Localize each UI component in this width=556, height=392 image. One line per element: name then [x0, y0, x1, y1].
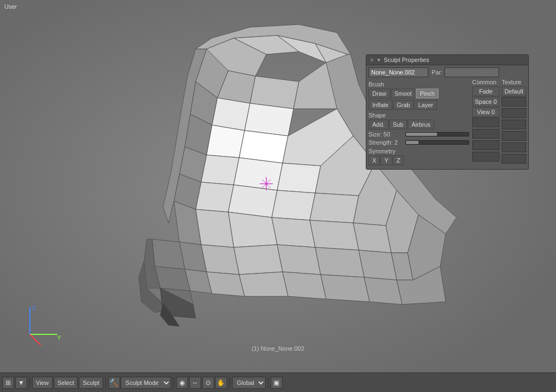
- svg-marker-35: [277, 245, 321, 275]
- symmetry-section: Symmetry X Y Z: [368, 148, 469, 165]
- svg-point-63: [265, 183, 267, 185]
- brush-smoot-btn[interactable]: Smoot: [391, 89, 416, 98]
- par-input[interactable]: [445, 67, 499, 77]
- shape-add-btn[interactable]: Add.: [368, 120, 389, 129]
- pivot-icon-btn[interactable]: ◉: [176, 377, 188, 389]
- space-btn[interactable]: Space 0: [472, 97, 499, 107]
- svg-marker-17: [277, 163, 321, 193]
- svg-marker-21: [196, 182, 234, 212]
- brush-grab-btn[interactable]: Grab: [393, 100, 414, 110]
- brush-layer-btn[interactable]: Layer: [414, 100, 437, 110]
- strength-slider-row: Strength: 2: [368, 139, 469, 146]
- brush-row2: Inflate Grab Layer: [368, 100, 469, 110]
- sym-z-btn[interactable]: Z: [393, 155, 404, 165]
- tex-empty-1: [502, 97, 526, 107]
- svg-marker-36: [315, 247, 364, 277]
- object-name-status: (1) None_None.002: [252, 345, 304, 352]
- panel-title: Sculpt Properties: [384, 57, 429, 63]
- svg-marker-10: [245, 103, 293, 136]
- size-slider-row: Size: 50: [368, 131, 469, 138]
- svg-marker-32: [196, 209, 234, 247]
- mode-icon: 🔨: [108, 377, 120, 389]
- par-label: Par:: [432, 69, 442, 76]
- view-menu-btn[interactable]: View: [32, 377, 53, 389]
- svg-marker-39: [201, 245, 239, 275]
- symmetry-row: X Y Z: [368, 155, 469, 165]
- svg-marker-29: [310, 220, 359, 250]
- separator-4: [229, 377, 230, 388]
- sym-x-btn[interactable]: X: [368, 155, 380, 165]
- panel-header: ✕ ▼ Sculpt Properties: [366, 55, 528, 65]
- shape-section-label: Shape: [368, 112, 469, 119]
- svg-marker-28: [272, 217, 315, 247]
- separator-5: [268, 377, 268, 388]
- snap-dropdown-btn[interactable]: ▼: [15, 377, 27, 389]
- tex-empty-3: [502, 120, 526, 129]
- panel-right-column: Common Fade Space 0 View 0 Texture: [472, 79, 526, 167]
- svg-marker-23: [272, 190, 315, 220]
- snap-icon-btn[interactable]: ⊞: [2, 377, 14, 389]
- brush-draw-btn[interactable]: Draw: [368, 89, 390, 98]
- separator-1: [29, 377, 30, 388]
- shape-row: Add. Sub Airbrus: [368, 120, 469, 129]
- sculpt-menu-btn[interactable]: Sculpt: [79, 377, 103, 389]
- mesh-name-input[interactable]: [368, 67, 428, 77]
- tex-empty-6: [502, 154, 526, 164]
- svg-marker-7: [250, 76, 299, 109]
- global-dropdown[interactable]: Global Local: [232, 377, 266, 389]
- brush-pinch-btn[interactable]: Pinch: [416, 89, 439, 98]
- shape-airbrus-btn[interactable]: Airbrus: [408, 120, 434, 129]
- separator-2: [105, 377, 106, 388]
- mode-dropdown[interactable]: Sculpt Mode Object Mode Edit Mode: [121, 377, 171, 389]
- select-menu-btn[interactable]: Select: [54, 377, 78, 389]
- transform-icon-btn[interactable]: ↔: [189, 377, 201, 389]
- fade-btn[interactable]: Fade: [472, 86, 499, 96]
- texture-section: Texture Default: [502, 79, 526, 167]
- texture-buttons: Default: [502, 86, 526, 165]
- svg-marker-12: [207, 125, 245, 158]
- svg-text:Y: Y: [57, 334, 61, 341]
- tex-empty-5: [502, 142, 526, 152]
- svg-marker-22: [228, 185, 277, 217]
- common-empty-4: [472, 152, 499, 161]
- texture-label: Texture: [502, 79, 526, 85]
- symmetry-label: Symmetry: [368, 148, 469, 154]
- svg-marker-34: [234, 245, 283, 275]
- common-buttons: Fade Space 0 View 0: [472, 86, 499, 163]
- brush-section-label: Brush: [368, 81, 469, 88]
- panel-close-icon[interactable]: ✕: [370, 57, 374, 63]
- svg-marker-27: [228, 212, 277, 247]
- proportional-icon-btn[interactable]: ⊙: [202, 377, 214, 389]
- svg-marker-45: [283, 272, 326, 299]
- size-label: Size: 50: [368, 131, 404, 138]
- shape-sub-btn[interactable]: Sub: [389, 120, 408, 129]
- panel-pin-icon[interactable]: ▼: [376, 57, 382, 63]
- panel-left-column: Brush Draw Smoot Pinch Inflate Grab Laye…: [368, 79, 469, 167]
- common-empty-1: [472, 117, 499, 127]
- svg-marker-46: [321, 275, 370, 302]
- viewport-user-label: User: [4, 3, 17, 10]
- common-section: Common Fade Space 0 View 0: [472, 79, 499, 167]
- move-icon-btn[interactable]: ✋: [215, 377, 227, 389]
- sculpt-properties-panel: ✕ ▼ Sculpt Properties Par: Brush Draw Sm…: [366, 54, 529, 170]
- sym-y-btn[interactable]: Y: [380, 155, 392, 165]
- svg-text:Z: Z: [32, 304, 36, 311]
- mesh-name-row: Par:: [368, 67, 526, 77]
- common-empty-3: [472, 140, 499, 150]
- view-btn[interactable]: View 0: [472, 107, 499, 117]
- svg-marker-44: [239, 272, 288, 296]
- svg-marker-30: [353, 223, 391, 253]
- strength-slider-track[interactable]: [405, 140, 469, 145]
- tex-empty-4: [502, 131, 526, 141]
- svg-marker-43: [207, 272, 245, 296]
- brush-inflate-btn[interactable]: Inflate: [368, 100, 392, 110]
- common-label: Common: [472, 79, 499, 85]
- render-icon-btn[interactable]: ▣: [271, 377, 283, 389]
- svg-marker-49: [152, 239, 185, 269]
- brush-row1: Draw Smoot Pinch: [368, 89, 469, 98]
- strength-label: Strength: 2: [368, 139, 404, 146]
- svg-marker-15: [201, 155, 239, 185]
- default-btn[interactable]: Default: [502, 86, 526, 96]
- mode-selector: 🔨 Sculpt Mode Object Mode Edit Mode: [108, 377, 171, 389]
- size-slider-track[interactable]: [405, 132, 469, 136]
